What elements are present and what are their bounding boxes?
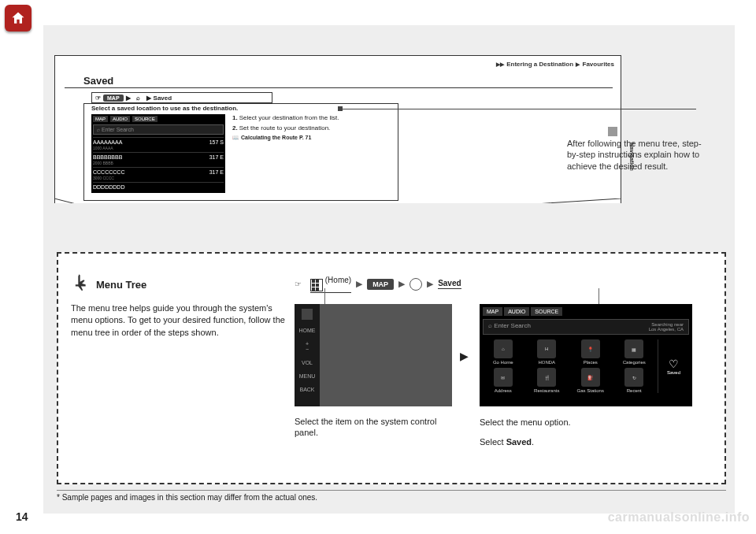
nav-menu-screenshot: MAP AUDIO SOURCE ⌕ Enter Search Searchin…: [480, 304, 692, 406]
map-chip: MAP: [367, 279, 394, 290]
callout-text: After following the menu tree, step-by-s…: [567, 138, 709, 172]
home-icon: [10, 10, 26, 26]
tab: AUDIO: [504, 307, 529, 316]
search-field: ⌕ Enter Search Searching near Los Angele…: [483, 319, 689, 335]
tile-address: ✉Address: [483, 368, 524, 393]
tile-restaurants: 🍴Restaurants: [527, 368, 568, 393]
list-item: DDDDDDDD: [93, 182, 224, 191]
menu-tree-title: Menu Tree: [96, 279, 146, 291]
tile-recent: ↻Recent: [614, 368, 655, 393]
cross-reference: Calculating the Route P. 71: [232, 135, 390, 141]
menu-path-bar: ☞ (Home) ▶ MAP ▶ ▶ Saved: [295, 276, 461, 293]
page-number: 14: [16, 510, 28, 523]
side-label: BACK: [299, 387, 314, 392]
tile-honda: HHONDA: [527, 339, 568, 365]
saved-label: Saved: [438, 279, 461, 289]
menu-tree-panel: Menu Tree The menu tree helps guide you …: [57, 252, 726, 484]
menu-tree-description: The menu tree helps guide you through th…: [71, 302, 287, 339]
steps: 1.Select your destination from the list.…: [232, 114, 390, 141]
arrow-icon: ▶: [356, 279, 362, 289]
arrow-icon: ▶: [146, 95, 151, 102]
tab: MAP: [483, 307, 502, 316]
search-icon: ⌕: [133, 95, 144, 102]
saved-tile-label: Saved: [667, 370, 680, 375]
home-label: (Home): [325, 276, 351, 284]
vol-icon: +−: [306, 341, 309, 352]
side-label: HOME: [299, 328, 316, 333]
tile-gas: ⛽Gas Stations: [570, 368, 611, 393]
step-1: 1.Select your destination from the list.: [232, 114, 390, 121]
list-item: BBBBBBBB2000 BBBB317 E: [93, 152, 224, 167]
curve-mask: [54, 203, 621, 244]
menu-strip: ☞ MAP ▶ ⌕ ▶ Saved: [91, 92, 272, 103]
caption-right: Select the menu option. Select Saved.: [480, 416, 676, 448]
breadcrumb: Entering a Destination Favourites: [496, 61, 614, 68]
divider: [65, 87, 613, 88]
arrow-icon: ▶: [427, 279, 433, 289]
map-chip: MAP: [103, 95, 124, 102]
home-grid-icon: [310, 279, 323, 291]
search-field: ⌕ Enter Search: [93, 124, 224, 135]
tab: SOURCE: [531, 307, 562, 316]
mini-screenshot: MAP AUDIO SOURCE ⌕ Enter Search AAAAAAAA…: [91, 114, 225, 193]
side-label: MENU: [299, 373, 316, 379]
caption-left: Select the item on the system control pa…: [295, 416, 444, 439]
arrow-icon: ▶: [126, 95, 131, 102]
breadcrumb-part-2: Favourites: [583, 61, 614, 68]
saved-label: Saved: [154, 95, 172, 102]
side-label: VOL: [302, 360, 313, 365]
breadcrumb-separator: [575, 61, 580, 68]
pointer-hand-icon: [71, 273, 93, 295]
hand-icon: ☞: [92, 95, 103, 102]
thumb-tab: [608, 127, 617, 136]
list-item: CCCCCCCC3000 CCCC317 E: [93, 167, 224, 182]
home-button[interactable]: [5, 5, 32, 32]
list-item: AAAAAAAA1000 AAAA157 S: [93, 137, 224, 152]
search-icon: [410, 278, 422, 291]
watermark: carmanualsonline.info: [608, 510, 750, 525]
home-button-icon: [302, 309, 313, 320]
hand-icon: ☞: [295, 280, 306, 288]
footnote: * Sample pages and images in this sectio…: [57, 490, 726, 502]
tab: SOURCE: [132, 116, 158, 122]
instruction-text: Select a saved location to use as the de…: [91, 105, 238, 112]
callout-line: [340, 109, 696, 109]
tab: MAP: [93, 116, 108, 122]
tile-go-home: ⌂Go Home: [483, 339, 524, 365]
breadcrumb-part-1: Entering a Destination: [506, 61, 573, 68]
control-panel-screenshot: HOME +− VOL MENU BACK: [295, 304, 452, 406]
arrow-icon: ▶: [460, 350, 469, 362]
tab: AUDIO: [110, 116, 130, 122]
tile-categories: ▦Categories: [614, 339, 655, 365]
section-title: Saved: [83, 75, 113, 87]
step-2: 2.Set the route to your destination.: [232, 124, 390, 132]
example-panel: Entering a Destination Favourites Saved …: [54, 55, 621, 205]
tile-places: 📍Places: [570, 339, 611, 365]
arrow-icon: ▶: [398, 279, 405, 289]
